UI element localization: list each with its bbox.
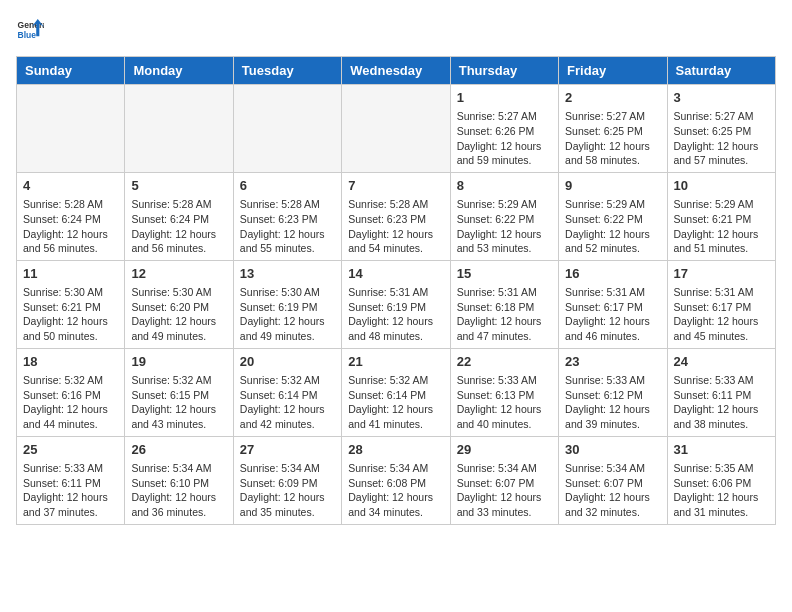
- day-info: Sunrise: 5:32 AMSunset: 6:16 PMDaylight:…: [23, 373, 118, 432]
- day-number: 26: [131, 441, 226, 459]
- calendar-day: 15Sunrise: 5:31 AMSunset: 6:18 PMDayligh…: [450, 260, 558, 348]
- day-info: Sunrise: 5:28 AMSunset: 6:24 PMDaylight:…: [23, 197, 118, 256]
- day-number: 21: [348, 353, 443, 371]
- weekday-header: Monday: [125, 57, 233, 85]
- day-number: 1: [457, 89, 552, 107]
- day-number: 7: [348, 177, 443, 195]
- calendar-day: 30Sunrise: 5:34 AMSunset: 6:07 PMDayligh…: [559, 436, 667, 524]
- day-number: 4: [23, 177, 118, 195]
- day-number: 16: [565, 265, 660, 283]
- calendar-day: 13Sunrise: 5:30 AMSunset: 6:19 PMDayligh…: [233, 260, 341, 348]
- day-info: Sunrise: 5:28 AMSunset: 6:24 PMDaylight:…: [131, 197, 226, 256]
- day-info: Sunrise: 5:34 AMSunset: 6:08 PMDaylight:…: [348, 461, 443, 520]
- calendar-day: 24Sunrise: 5:33 AMSunset: 6:11 PMDayligh…: [667, 348, 775, 436]
- weekday-header: Sunday: [17, 57, 125, 85]
- day-info: Sunrise: 5:29 AMSunset: 6:22 PMDaylight:…: [565, 197, 660, 256]
- day-info: Sunrise: 5:30 AMSunset: 6:20 PMDaylight:…: [131, 285, 226, 344]
- weekday-header-row: SundayMondayTuesdayWednesdayThursdayFrid…: [17, 57, 776, 85]
- calendar-week-row: 1Sunrise: 5:27 AMSunset: 6:26 PMDaylight…: [17, 85, 776, 173]
- weekday-header: Wednesday: [342, 57, 450, 85]
- day-info: Sunrise: 5:28 AMSunset: 6:23 PMDaylight:…: [348, 197, 443, 256]
- day-info: Sunrise: 5:27 AMSunset: 6:26 PMDaylight:…: [457, 109, 552, 168]
- calendar-day: 8Sunrise: 5:29 AMSunset: 6:22 PMDaylight…: [450, 172, 558, 260]
- day-info: Sunrise: 5:31 AMSunset: 6:19 PMDaylight:…: [348, 285, 443, 344]
- calendar-day: 22Sunrise: 5:33 AMSunset: 6:13 PMDayligh…: [450, 348, 558, 436]
- weekday-header: Tuesday: [233, 57, 341, 85]
- day-number: 19: [131, 353, 226, 371]
- calendar-day: 1Sunrise: 5:27 AMSunset: 6:26 PMDaylight…: [450, 85, 558, 173]
- calendar-day: 7Sunrise: 5:28 AMSunset: 6:23 PMDaylight…: [342, 172, 450, 260]
- calendar-day: 17Sunrise: 5:31 AMSunset: 6:17 PMDayligh…: [667, 260, 775, 348]
- calendar-week-row: 4Sunrise: 5:28 AMSunset: 6:24 PMDaylight…: [17, 172, 776, 260]
- weekday-header: Thursday: [450, 57, 558, 85]
- calendar-day: 23Sunrise: 5:33 AMSunset: 6:12 PMDayligh…: [559, 348, 667, 436]
- day-number: 20: [240, 353, 335, 371]
- day-number: 2: [565, 89, 660, 107]
- day-number: 6: [240, 177, 335, 195]
- page-header: General Blue: [16, 16, 776, 44]
- calendar-week-row: 18Sunrise: 5:32 AMSunset: 6:16 PMDayligh…: [17, 348, 776, 436]
- calendar-day: 18Sunrise: 5:32 AMSunset: 6:16 PMDayligh…: [17, 348, 125, 436]
- day-info: Sunrise: 5:31 AMSunset: 6:17 PMDaylight:…: [674, 285, 769, 344]
- calendar-day: 5Sunrise: 5:28 AMSunset: 6:24 PMDaylight…: [125, 172, 233, 260]
- day-number: 22: [457, 353, 552, 371]
- day-info: Sunrise: 5:33 AMSunset: 6:11 PMDaylight:…: [23, 461, 118, 520]
- calendar-day: 25Sunrise: 5:33 AMSunset: 6:11 PMDayligh…: [17, 436, 125, 524]
- calendar-day: 10Sunrise: 5:29 AMSunset: 6:21 PMDayligh…: [667, 172, 775, 260]
- calendar-day: 19Sunrise: 5:32 AMSunset: 6:15 PMDayligh…: [125, 348, 233, 436]
- day-info: Sunrise: 5:34 AMSunset: 6:09 PMDaylight:…: [240, 461, 335, 520]
- day-number: 12: [131, 265, 226, 283]
- day-number: 17: [674, 265, 769, 283]
- day-info: Sunrise: 5:29 AMSunset: 6:21 PMDaylight:…: [674, 197, 769, 256]
- day-info: Sunrise: 5:35 AMSunset: 6:06 PMDaylight:…: [674, 461, 769, 520]
- weekday-header: Saturday: [667, 57, 775, 85]
- calendar-day: 6Sunrise: 5:28 AMSunset: 6:23 PMDaylight…: [233, 172, 341, 260]
- calendar-day: 26Sunrise: 5:34 AMSunset: 6:10 PMDayligh…: [125, 436, 233, 524]
- calendar-week-row: 11Sunrise: 5:30 AMSunset: 6:21 PMDayligh…: [17, 260, 776, 348]
- day-number: 9: [565, 177, 660, 195]
- svg-text:Blue: Blue: [18, 30, 37, 40]
- calendar-day: 3Sunrise: 5:27 AMSunset: 6:25 PMDaylight…: [667, 85, 775, 173]
- day-info: Sunrise: 5:32 AMSunset: 6:15 PMDaylight:…: [131, 373, 226, 432]
- day-info: Sunrise: 5:34 AMSunset: 6:07 PMDaylight:…: [457, 461, 552, 520]
- calendar-table: SundayMondayTuesdayWednesdayThursdayFrid…: [16, 56, 776, 525]
- day-info: Sunrise: 5:32 AMSunset: 6:14 PMDaylight:…: [348, 373, 443, 432]
- day-number: 8: [457, 177, 552, 195]
- calendar-day: 2Sunrise: 5:27 AMSunset: 6:25 PMDaylight…: [559, 85, 667, 173]
- day-number: 25: [23, 441, 118, 459]
- day-number: 29: [457, 441, 552, 459]
- day-number: 3: [674, 89, 769, 107]
- day-info: Sunrise: 5:30 AMSunset: 6:21 PMDaylight:…: [23, 285, 118, 344]
- day-info: Sunrise: 5:32 AMSunset: 6:14 PMDaylight:…: [240, 373, 335, 432]
- day-info: Sunrise: 5:34 AMSunset: 6:10 PMDaylight:…: [131, 461, 226, 520]
- calendar-day: 31Sunrise: 5:35 AMSunset: 6:06 PMDayligh…: [667, 436, 775, 524]
- day-number: 27: [240, 441, 335, 459]
- logo: General Blue: [16, 16, 44, 44]
- calendar-day: 29Sunrise: 5:34 AMSunset: 6:07 PMDayligh…: [450, 436, 558, 524]
- day-info: Sunrise: 5:31 AMSunset: 6:18 PMDaylight:…: [457, 285, 552, 344]
- day-number: 15: [457, 265, 552, 283]
- day-number: 24: [674, 353, 769, 371]
- calendar-day: 28Sunrise: 5:34 AMSunset: 6:08 PMDayligh…: [342, 436, 450, 524]
- day-info: Sunrise: 5:31 AMSunset: 6:17 PMDaylight:…: [565, 285, 660, 344]
- day-info: Sunrise: 5:33 AMSunset: 6:11 PMDaylight:…: [674, 373, 769, 432]
- calendar-day: 9Sunrise: 5:29 AMSunset: 6:22 PMDaylight…: [559, 172, 667, 260]
- calendar-day: 4Sunrise: 5:28 AMSunset: 6:24 PMDaylight…: [17, 172, 125, 260]
- calendar-week-row: 25Sunrise: 5:33 AMSunset: 6:11 PMDayligh…: [17, 436, 776, 524]
- calendar-day: 12Sunrise: 5:30 AMSunset: 6:20 PMDayligh…: [125, 260, 233, 348]
- day-info: Sunrise: 5:30 AMSunset: 6:19 PMDaylight:…: [240, 285, 335, 344]
- day-number: 10: [674, 177, 769, 195]
- calendar-day: 11Sunrise: 5:30 AMSunset: 6:21 PMDayligh…: [17, 260, 125, 348]
- day-info: Sunrise: 5:27 AMSunset: 6:25 PMDaylight:…: [674, 109, 769, 168]
- day-info: Sunrise: 5:34 AMSunset: 6:07 PMDaylight:…: [565, 461, 660, 520]
- weekday-header: Friday: [559, 57, 667, 85]
- calendar-day: 27Sunrise: 5:34 AMSunset: 6:09 PMDayligh…: [233, 436, 341, 524]
- day-number: 13: [240, 265, 335, 283]
- calendar-day: [17, 85, 125, 173]
- calendar-day: 20Sunrise: 5:32 AMSunset: 6:14 PMDayligh…: [233, 348, 341, 436]
- logo-icon: General Blue: [16, 16, 44, 44]
- day-info: Sunrise: 5:33 AMSunset: 6:13 PMDaylight:…: [457, 373, 552, 432]
- day-number: 11: [23, 265, 118, 283]
- day-info: Sunrise: 5:27 AMSunset: 6:25 PMDaylight:…: [565, 109, 660, 168]
- calendar-day: [342, 85, 450, 173]
